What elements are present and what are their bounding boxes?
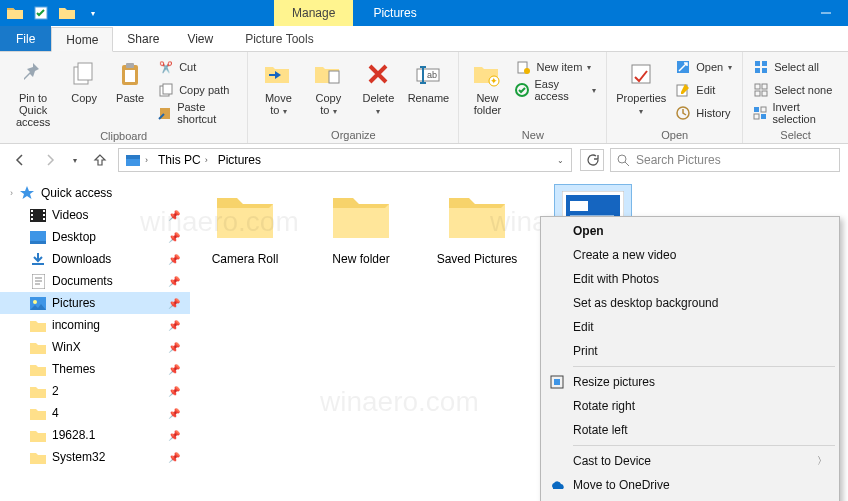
pin-icon: 📌 <box>168 364 180 375</box>
rename-icon: ab <box>412 58 444 90</box>
svg-rect-4 <box>126 63 134 68</box>
ctx-edit[interactable]: Edit <box>543 315 837 339</box>
copy-path-icon <box>158 82 174 98</box>
rename-button[interactable]: ab Rename <box>404 54 452 104</box>
svg-rect-7 <box>163 84 172 94</box>
up-button[interactable] <box>88 148 112 172</box>
breadcrumb-pictures[interactable]: Pictures <box>214 153 265 167</box>
file-item-saved-pictures[interactable]: Saved Pictures <box>432 184 522 266</box>
select-none-button[interactable]: Select none <box>749 79 842 101</box>
properties-button[interactable]: Properties ▾ <box>613 54 669 118</box>
ctx-resize-pictures[interactable]: Resize pictures <box>543 370 837 394</box>
sidebar-item-desktop[interactable]: Desktop📌 <box>0 226 190 248</box>
desktop-icon <box>30 229 46 245</box>
pin-icon: 📌 <box>168 386 180 397</box>
edit-icon <box>675 82 691 98</box>
move-to-button[interactable]: Move to ▾ <box>254 54 302 118</box>
recent-locations-button[interactable]: ▾ <box>68 148 82 172</box>
sidebar-item-pictures[interactable]: Pictures📌 <box>0 292 190 314</box>
group-new: ✦ New folder New item ▾ Easy access ▾ Ne… <box>459 52 607 143</box>
pin-icon: 📌 <box>168 254 180 265</box>
select-none-icon <box>753 82 769 98</box>
svg-rect-44 <box>30 241 46 244</box>
ctx-rotate-right[interactable]: Rotate right <box>543 394 837 418</box>
chevron-right-icon: › <box>10 188 13 198</box>
new-folder-button[interactable]: ✦ New folder <box>465 54 509 116</box>
properties-qat-icon[interactable] <box>30 2 52 24</box>
picture-tools-tab[interactable]: Picture Tools <box>231 26 327 51</box>
ctx-create-video[interactable]: Create a new video <box>543 243 837 267</box>
forward-button[interactable] <box>38 148 62 172</box>
pin-icon: 📌 <box>168 232 180 243</box>
view-tab[interactable]: View <box>173 26 227 51</box>
edit-button[interactable]: Edit <box>671 79 736 101</box>
qat-dropdown-icon[interactable]: ▾ <box>82 2 104 24</box>
open-button[interactable]: Open ▾ <box>671 56 736 78</box>
svg-rect-26 <box>762 84 767 89</box>
file-tab[interactable]: File <box>0 26 51 51</box>
sidebar-item-documents[interactable]: Documents📌 <box>0 270 190 292</box>
ctx-7zip[interactable]: 7-Zip〉 <box>543 497 837 501</box>
delete-button[interactable]: Delete ▾ <box>354 54 402 118</box>
search-placeholder: Search Pictures <box>636 153 721 167</box>
select-all-button[interactable]: Select all <box>749 56 842 78</box>
breadcrumb-bar[interactable]: › This PC› Pictures ⌄ <box>118 148 572 172</box>
sidebar-item-downloads[interactable]: Downloads📌 <box>0 248 190 270</box>
folder-icon[interactable] <box>4 2 26 24</box>
ctx-cast-to-device[interactable]: Cast to Device〉 <box>543 449 837 473</box>
svg-rect-30 <box>761 107 766 112</box>
ctx-edit-photos[interactable]: Edit with Photos <box>543 267 837 291</box>
file-item-camera-roll[interactable]: Camera Roll <box>200 184 290 266</box>
paste-button[interactable]: Paste <box>108 54 152 104</box>
invert-selection-button[interactable]: Invert selection <box>749 102 842 124</box>
ctx-rotate-left[interactable]: Rotate left <box>543 418 837 442</box>
sidebar-item-themes[interactable]: Themes📌 <box>0 358 190 380</box>
select-all-icon <box>753 59 769 75</box>
sidebar-item-2[interactable]: 2📌 <box>0 380 190 402</box>
breadcrumb-this-pc[interactable]: This PC› <box>154 153 212 167</box>
pin-icon: 📌 <box>168 342 180 353</box>
folder-icon <box>30 449 46 465</box>
history-icon <box>675 105 691 121</box>
cut-button[interactable]: ✂️Cut <box>154 56 241 78</box>
breadcrumb-root-icon[interactable]: › <box>121 153 152 167</box>
copy-to-button[interactable]: Copy to ▾ <box>304 54 352 118</box>
refresh-button[interactable] <box>580 149 604 171</box>
minimize-button[interactable] <box>804 0 848 26</box>
paste-shortcut-button[interactable]: Paste shortcut <box>154 102 241 124</box>
home-tab[interactable]: Home <box>51 27 113 52</box>
pin-icon: 📌 <box>168 298 180 309</box>
back-button[interactable] <box>8 148 32 172</box>
sidebar-item-system32[interactable]: System32📌 <box>0 446 190 468</box>
ctx-move-to-onedrive[interactable]: Move to OneDrive <box>543 473 837 497</box>
history-button[interactable]: History <box>671 102 736 124</box>
folder-icon <box>30 361 46 377</box>
copy-path-button[interactable]: Copy path <box>154 79 241 101</box>
ctx-set-background[interactable]: Set as desktop background <box>543 291 837 315</box>
address-dropdown-icon[interactable]: ⌄ <box>551 148 569 172</box>
sidebar-item-videos[interactable]: Videos📌 <box>0 204 190 226</box>
file-item-new-folder[interactable]: New folder <box>316 184 406 266</box>
copy-button[interactable]: Copy <box>62 54 106 104</box>
pin-icon: 📌 <box>168 210 180 221</box>
ctx-print[interactable]: Print <box>543 339 837 363</box>
sidebar-item-19628-1[interactable]: 19628.1📌 <box>0 424 190 446</box>
quick-access-toolbar: ▾ <box>0 0 108 26</box>
sidebar-item-winx[interactable]: WinX📌 <box>0 336 190 358</box>
manage-contextual-tab[interactable]: Manage <box>274 0 353 26</box>
search-input[interactable]: Search Pictures <box>610 148 840 172</box>
folder-qat-icon[interactable] <box>56 2 78 24</box>
pin-to-quick-access-button[interactable]: Pin to Quick access <box>6 54 60 128</box>
svg-rect-27 <box>755 91 760 96</box>
title-bar: ▾ Manage Pictures <box>0 0 848 26</box>
invert-selection-icon <box>753 105 767 121</box>
ctx-open[interactable]: Open <box>543 219 837 243</box>
share-tab[interactable]: Share <box>113 26 173 51</box>
svg-rect-25 <box>755 84 760 89</box>
group-select: Select all Select none Invert selection … <box>743 52 848 143</box>
sidebar-item-incoming[interactable]: incoming📌 <box>0 314 190 336</box>
easy-access-button[interactable]: Easy access ▾ <box>511 79 600 101</box>
new-item-button[interactable]: New item ▾ <box>511 56 600 78</box>
sidebar-quick-access[interactable]: › Quick access <box>0 182 190 204</box>
sidebar-item-4[interactable]: 4📌 <box>0 402 190 424</box>
